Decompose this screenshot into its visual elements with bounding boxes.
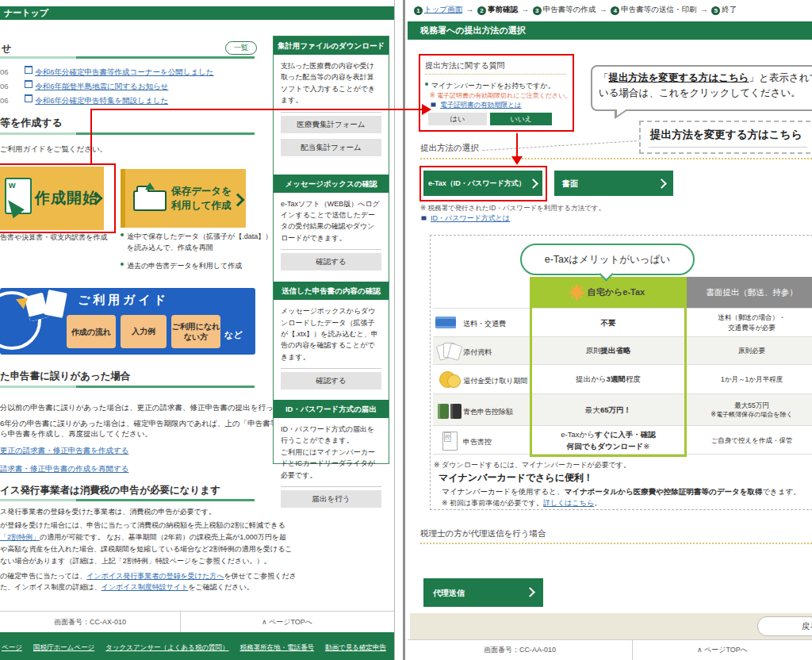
guide-example-button[interactable]: 入力例 [121, 315, 167, 348]
two-percent-special-link[interactable]: 「2割特例」 [0, 533, 40, 541]
amend-create-link[interactable]: 更正の請求書・修正申告書を作成する [0, 446, 128, 456]
sidebar-text: e-Taxソフト（WEB版）へログインすることで送信したデータの受付結果の確認や… [274, 193, 389, 248]
no-button[interactable]: いいえ [490, 113, 552, 125]
change-method-box[interactable]: 提出方法を変更する方はこちら [639, 121, 812, 154]
paper-cell: ご自身で控えを作成・保管 [687, 426, 812, 455]
yes-button[interactable]: はい [428, 113, 487, 125]
left-page-title: ナートップ [4, 8, 48, 17]
sidebar-text: メッセージボックスからダウンロードしたデータ（拡張子が【.xtx】）を読み込むと… [274, 300, 389, 366]
invoice-line7: た、インボイス制度の詳細は、インボイス制度特設サイトをご確認ください。 [0, 582, 254, 593]
footer-link[interactable]: 国税庁ホームページ [33, 643, 94, 653]
paper-button[interactable]: 書面 [554, 171, 673, 196]
sidebar-title-download: 集計用ファイルのダウンロード [274, 36, 389, 55]
step-4-icon: 4 [611, 6, 619, 15]
left-footer-bar: 画面番号：CC-AX-010 ∧ ページTOPへ [0, 611, 394, 632]
breadcrumb-arrow: → [522, 5, 530, 13]
confirm-messagebox-button[interactable]: 確認する [281, 253, 381, 271]
question-heading: 提出方法に関する質問 [425, 60, 505, 71]
footer-link[interactable]: タックスアンサー（よくある税の質問） [105, 643, 228, 653]
etax-cell: 不要 [530, 309, 687, 337]
breadcrumb-arrow: → [466, 5, 474, 13]
news-link[interactable]: 令和6年能登半島地震に関するお知らせ [35, 82, 168, 90]
news-row: 06 令和6年分確定申告特集を開設しました [0, 94, 168, 106]
window-divider [403, 0, 405, 660]
news-underline [0, 56, 255, 59]
download-note: ※ ダウンロードするには、マイナンバーカードが必要です。 [434, 460, 630, 470]
documents-icon [438, 343, 462, 359]
agent-send-button[interactable]: 代理送信 [423, 578, 543, 607]
paper-cell: 最大55万円※電子帳簿保存の場合を除く [687, 394, 812, 426]
dividend-form-button[interactable]: 配当集計フォーム [281, 139, 381, 156]
bubble-tail-fill [617, 109, 627, 116]
table-row: 青色申告控除額 最大65万円！ 最大55万円※電子帳簿保存の場合を除く [433, 393, 812, 426]
saved-left-strip [121, 169, 125, 228]
table-row: 添付資料 原則 提出省略 原則必要 [433, 336, 812, 365]
mynumber-text: マイナンバーカードを使用すると、マイナポータルから医療費や控除証明書等のデータを… [442, 487, 801, 497]
invoice-line3: 「2割特例」の適用が可能です。 なお、基準期間（2年前）の課税売上高が1,000… [0, 532, 286, 543]
annotation-box-start-button [0, 163, 116, 233]
news-list-button[interactable]: 一覧 [225, 41, 257, 55]
page-top-link[interactable]: ∧ ページTOPへ [633, 640, 812, 660]
guide-flow-button[interactable]: 作成の流れ [67, 315, 116, 348]
cert-warning: ※ 電子証明書の有効期限切れにご注意ください。 [430, 91, 571, 100]
etax-idpw-button[interactable]: e-Tax（ID・パスワード方式） [423, 171, 542, 196]
error-line3: ら申告書を作成し、再度提出してください。 [0, 429, 152, 439]
etax-cell: 原則 提出省略 [530, 337, 687, 365]
chevron-right-icon [528, 178, 538, 189]
saved-bullet-2: 過去の申告書データを利用して作成 [121, 261, 242, 271]
folder-icon [133, 190, 167, 211]
document-icon [44, 290, 67, 318]
breadcrumb-item: 申告書等の作成 [543, 5, 596, 13]
page-top-link[interactable]: ∧ ページTOPへ [181, 612, 393, 632]
chevron-right-icon [525, 587, 535, 597]
paper-cell: 1か月～1か月半程度 [687, 365, 812, 394]
chevron-right-icon [232, 194, 245, 207]
instruction-bubble: 「提出方法を変更する方はこちら」と表示されて いる場合は、これをクリックしてくだ… [591, 65, 812, 111]
footer-link[interactable]: ページ [2, 643, 22, 653]
col-header-paper: 書面提出（郵送、持参） [687, 277, 812, 308]
notify-idpw-button[interactable]: 届出を行う [281, 490, 381, 508]
method-section-heading: 提出方法の選択 [420, 143, 479, 154]
row-label: 還付金受け取り期間 [463, 376, 527, 386]
breadcrumb-item: 申告書等の送信・印刷 [621, 5, 696, 13]
confirm-content-button[interactable]: 確認する [281, 372, 381, 389]
merit-box: e-Taxはメリットがいっぱい 自宅からe-Tax 書面提出（郵送、持参） 送料… [430, 235, 812, 510]
right-footer-bar: 画面番号：CC-AA-010 ∧ ページTOPへ [408, 639, 812, 660]
question-box: 提出方法に関する質問 マイナンバーカードをお持ちですか。 ※ 電子証明書の有効期… [419, 54, 574, 132]
invoice-site-link[interactable]: インボイス制度特設サイト [102, 583, 189, 591]
window-icon [25, 94, 33, 102]
footer-link[interactable]: 動画で見る確定申告 [325, 643, 386, 653]
cert-validity-link[interactable]: 電子証明書の有効期限とは [440, 101, 522, 109]
usage-guide-banner[interactable]: ご利用ガイド 作成の流れ 入力例 ご利用になれない方 など [0, 288, 255, 355]
footer-link[interactable]: 税務署所在地・電話番号 [240, 643, 315, 653]
back-button[interactable]: 戻る [757, 616, 812, 636]
bullet-icon [121, 233, 124, 236]
col-header-etax: 自宅からe-Tax [530, 277, 687, 308]
details-link[interactable]: 詳しくはこちら [543, 499, 594, 507]
table-row: 還付金受け取り期間 提出から3週間程度 1か月～1か月半程度 [433, 364, 812, 394]
news-link[interactable]: 令和6年分確定申告特集を開設しました [35, 96, 168, 105]
row-label: 青色申告控除額 [463, 407, 513, 417]
agent-section-underline [420, 543, 812, 544]
invoice-section-heading: イス発行事業者は消費税の申告が必要になります [0, 484, 220, 497]
breadcrumb-top-link[interactable]: トップ画面 [424, 5, 462, 13]
news-link[interactable]: 令和6年分確定申告書等作成コーナーを公開しました [35, 67, 213, 76]
medical-form-button[interactable]: 医療費集計フォーム [281, 116, 381, 133]
idpw-about-link[interactable]: ID・パスワード方式とは [431, 214, 510, 222]
sidebar-title-sent-return: 送信した申告書の内容の確認 [274, 282, 389, 300]
saved-data-button[interactable]: 保存データを 利用して作成 [121, 169, 246, 228]
bills-icon [435, 317, 456, 328]
news-date: 06 [0, 82, 9, 90]
amend-resume-link[interactable]: 請求書・修正申告書の作成を再開する [0, 464, 128, 474]
method-section-underline [420, 158, 812, 159]
invoice-registered-link[interactable]: インボイス発行事業者の登録を受けた方へ [86, 572, 224, 580]
create-underline [0, 132, 255, 135]
create-section-heading: 等を作成する [0, 116, 63, 130]
idpw-link-row: ID・パスワード方式とは [420, 213, 510, 224]
invoice-line5: ない場合があります（詳細は、上記「2割特例」特設ページをご参照ください。）。 [0, 556, 270, 566]
paper-cell: 原則必要 [687, 337, 812, 365]
guide-cannot-use-button[interactable]: ご利用になれない方 [171, 315, 220, 348]
saved-bullet-1: 途中で保存したデータ（拡張子が【.data】） を読み込んで、作成を再開 [121, 232, 272, 253]
annotation-line-down [516, 133, 518, 157]
coins-icon [439, 371, 462, 387]
